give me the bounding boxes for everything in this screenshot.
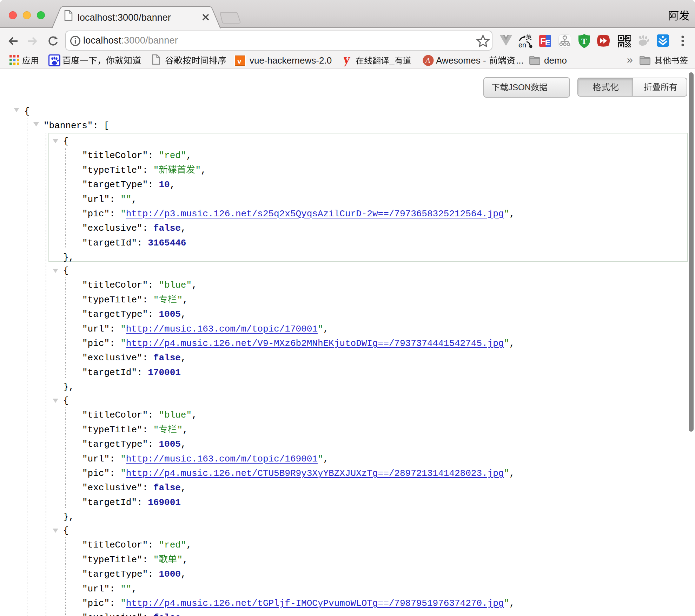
svg-text:E: E: [545, 38, 550, 47]
svg-text:en: en: [518, 41, 526, 48]
svg-text:v: v: [237, 57, 241, 65]
svg-text:y: y: [344, 55, 351, 66]
svg-text:T: T: [581, 37, 587, 46]
svg-text:A: A: [425, 56, 430, 65]
